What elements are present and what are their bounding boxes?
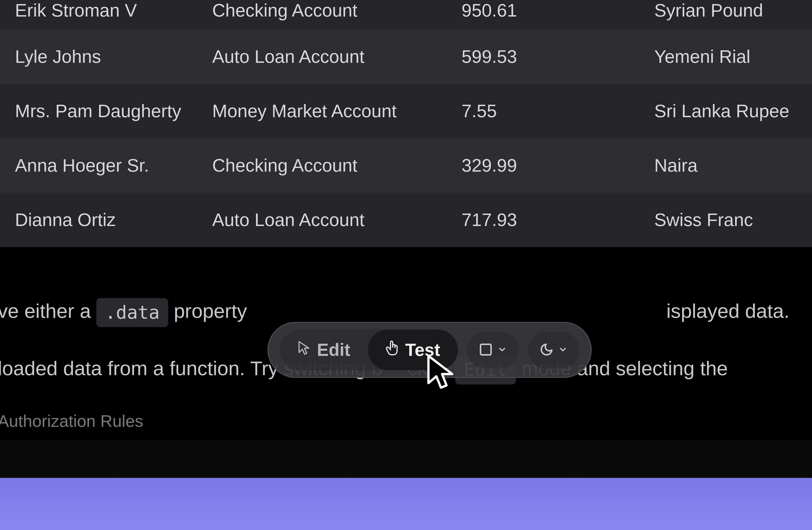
cell-account: Money Market Account	[212, 101, 462, 121]
cell-currency: Sri Lanka Rupee	[654, 101, 797, 121]
cell-name: Erik Stroman V	[15, 0, 212, 21]
cell-amount: 950.61	[462, 0, 654, 21]
description-text: ve either a	[0, 300, 96, 322]
cell-amount: 329.99	[462, 155, 654, 176]
cell-name: Dianna Ortiz	[15, 210, 212, 230]
cell-currency: Syrian Pound	[654, 0, 797, 21]
cell-currency: Yemeni Rial	[654, 46, 797, 67]
test-label: Test	[405, 340, 440, 360]
cell-account: Auto Loan Account	[212, 46, 462, 67]
table-row[interactable]: Dianna Ortiz Auto Loan Account 717.93 Sw…	[0, 193, 812, 247]
svg-rect-0	[481, 344, 491, 355]
code-data-pill: .data	[96, 298, 168, 327]
description-text: property	[168, 300, 247, 322]
chevron-down-icon	[558, 345, 568, 355]
cell-name: Anna Hoeger Sr.	[15, 155, 212, 176]
cursor-arrow-icon	[298, 340, 310, 360]
data-table: Erik Stroman V Checking Account 950.61 S…	[0, 0, 812, 247]
edit-label: Edit	[317, 340, 350, 360]
cell-currency: Naira	[654, 155, 797, 176]
cell-name: Lyle Johns	[15, 46, 212, 67]
cell-amount: 7.55	[462, 101, 654, 121]
theme-dropdown-button[interactable]	[528, 332, 579, 368]
pointer-hand-icon	[386, 340, 399, 360]
cell-name: Mrs. Pam Daugherty	[15, 101, 212, 121]
authorization-rules-link[interactable]: Authorization Rules	[0, 410, 143, 433]
mode-toggle: Edit Test	[280, 330, 458, 370]
cell-account: Checking Account	[212, 0, 462, 21]
bottom-gradient	[0, 478, 812, 530]
cell-account: Checking Account	[212, 155, 462, 176]
test-mode-button[interactable]: Test	[368, 330, 458, 370]
cell-amount: 599.53	[462, 46, 654, 67]
floating-toolbar: Edit Test	[267, 322, 592, 378]
table-row[interactable]: Mrs. Pam Daugherty Money Market Account …	[0, 84, 812, 138]
edit-mode-button[interactable]: Edit	[280, 330, 368, 370]
moon-icon	[539, 343, 554, 358]
chevron-down-icon	[497, 345, 507, 355]
description-text: isplayed data.	[666, 300, 789, 322]
viewport-dropdown-button[interactable]	[467, 332, 519, 368]
table-row[interactable]: Anna Hoeger Sr. Checking Account 329.99 …	[0, 138, 812, 193]
cell-currency: Swiss Franc	[654, 210, 797, 230]
cell-amount: 717.93	[462, 210, 654, 230]
table-row[interactable]: Erik Stroman V Checking Account 950.61 S…	[0, 0, 812, 29]
table-row[interactable]: Lyle Johns Auto Loan Account 599.53 Yeme…	[0, 29, 812, 84]
square-icon	[479, 343, 493, 358]
cell-account: Auto Loan Account	[212, 210, 462, 230]
